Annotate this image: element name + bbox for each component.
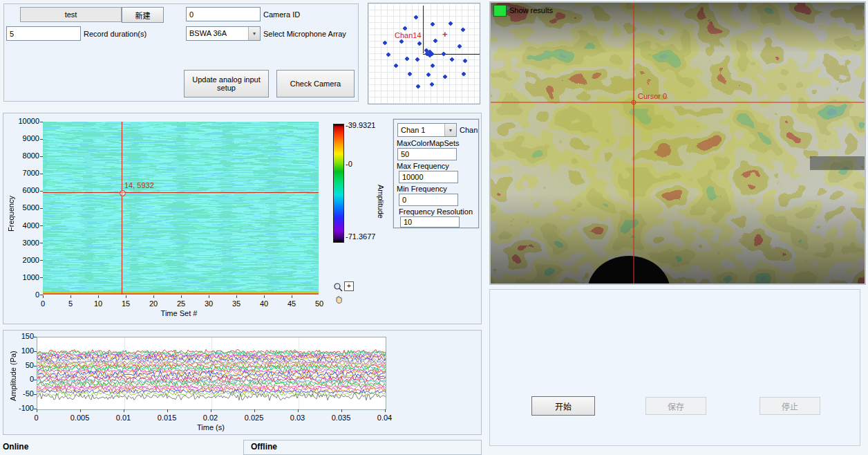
tick-label: 0.035: [319, 414, 363, 422]
mic-array-plot: Chan14 +: [368, 3, 480, 104]
spectrogram-panel: Frequency 100009000800070006000500040003…: [3, 113, 482, 324]
max-frequency-input[interactable]: [399, 171, 458, 183]
zoom-in-tool-icon[interactable]: +: [344, 281, 354, 291]
record-duration-label: Record duration(s): [84, 30, 147, 39]
tick-label: 25: [167, 299, 195, 308]
spectrogram-cursor-vline[interactable]: [122, 122, 122, 295]
tick-label: 40: [250, 299, 278, 308]
spectrogram-ytick-labels: 1000090008000700060005000400030002000100…: [16, 118, 39, 299]
stop-button[interactable]: 停止: [760, 397, 820, 415]
spectrogram-xtick-marks: [43, 295, 319, 298]
check-camera-button[interactable]: Check Camera: [276, 70, 355, 98]
chan-settings-box: Chan 1 ▼ Chan MaxColorMapSets Max Freque…: [393, 119, 479, 228]
spectrogram-cursor-hline[interactable]: [43, 192, 319, 193]
offline-status-label: Offline: [251, 443, 277, 452]
camera-view[interactable]: Cursor 0 Show results: [489, 1, 866, 285]
camera-id-label: Camera ID: [263, 10, 300, 19]
mic-position-dot: [431, 63, 435, 68]
waveform-plot[interactable]: [37, 337, 386, 410]
mic-position-dot: [386, 52, 390, 57]
tick-label: 50: [26, 362, 34, 369]
chevron-down-icon[interactable]: ▼: [248, 27, 260, 40]
spectrogram-cursor-readout: 14, 5932: [124, 181, 154, 190]
show-results-label: Show results: [509, 6, 553, 15]
update-analog-input-button[interactable]: Update analog input setup: [184, 70, 269, 98]
spectrogram-image: [43, 122, 319, 295]
camera-id-input[interactable]: [186, 7, 261, 21]
mic-position-dot: [416, 84, 421, 89]
mic-position-dot: [449, 57, 454, 62]
tick-label: 3000: [23, 239, 39, 247]
image-cursor-label: Cursor 0: [638, 92, 667, 101]
record-duration-input[interactable]: [6, 26, 81, 41]
mic-array-value: BSWA 36A: [187, 27, 248, 40]
mic-position-dot: [417, 41, 422, 46]
new-button[interactable]: 新建: [122, 7, 164, 23]
acoustic-camera-app: { "config": { "test_value": "test", "new…: [0, 0, 868, 455]
spectrogram-plot[interactable]: 14, 5932: [43, 122, 319, 295]
test-name-value: test: [65, 10, 77, 19]
tick-label: -100: [19, 405, 34, 412]
chan14-cursor-marker: +: [442, 30, 448, 39]
mic-position-dot: [449, 21, 453, 26]
tick-label: 8000: [23, 152, 39, 160]
save-button[interactable]: 保存: [645, 397, 706, 415]
tick-label: 0.015: [145, 414, 189, 422]
show-results-checkbox[interactable]: [493, 5, 507, 17]
tick-label: 45: [278, 299, 305, 308]
chan-select-label: Chan: [460, 126, 478, 135]
tick-label: 0.02: [189, 414, 232, 422]
mic-position-dot: [414, 15, 419, 20]
maxcolormapsets-label: MaxColorMapSets: [397, 139, 459, 148]
spectrogram-xtick-labels: 05101520253035404550: [29, 299, 333, 308]
tick-label: 20: [140, 299, 167, 308]
tick-label: 10000: [18, 118, 39, 125]
tick-label: 0: [35, 291, 39, 299]
tick-label: 0: [15, 414, 58, 422]
chan14-cursor-label: Chan14: [395, 31, 422, 40]
waveform-xtick-marks: [37, 409, 386, 412]
tick-label: 10: [84, 299, 112, 308]
mic-position-dot: [415, 57, 419, 62]
offline-status-bar: Offline: [243, 440, 482, 455]
chevron-down-icon[interactable]: ▼: [444, 124, 456, 136]
max-frequency-label: Max Frequency: [397, 162, 449, 171]
chan-select[interactable]: Chan 1 ▼: [397, 123, 457, 137]
test-name-field[interactable]: test: [20, 7, 122, 22]
mic-position-dot: [427, 53, 432, 58]
zoom-tool-icon[interactable]: [333, 282, 343, 294]
start-button[interactable]: 开始: [531, 396, 595, 416]
spectrogram-colorbar: [333, 124, 344, 243]
min-frequency-input[interactable]: [399, 194, 458, 206]
maxcolormapsets-input[interactable]: [397, 148, 457, 160]
waveform-plot-svg: [37, 337, 386, 409]
tick-label: 35: [223, 299, 250, 308]
tick-label: 9000: [23, 135, 39, 142]
tick-label: 0.025: [232, 414, 276, 422]
config-panel: test 新建 Record duration(s) Camera ID BSW…: [3, 3, 359, 102]
tick-label: 100: [21, 347, 34, 355]
mic-position-dot: [405, 56, 410, 61]
tick-label: -50: [23, 390, 34, 398]
mic-position-dot: [457, 44, 462, 49]
mic-array-select[interactable]: BSWA 36A ▼: [186, 26, 261, 41]
acoustic-heatmap-overlay: [491, 3, 865, 284]
mic-position-dot: [433, 38, 437, 43]
tick-label: 150: [21, 333, 34, 340]
min-frequency-label: Min Frequency: [397, 185, 447, 194]
spectrogram-cursor-center[interactable]: [120, 190, 126, 196]
mic-position-dot: [460, 27, 465, 32]
spectrogram-xlabel: Time Set #: [138, 309, 220, 318]
tick-label: 4000: [23, 222, 39, 230]
colorbar-max-label: -39.9321: [346, 121, 375, 130]
tick-label: 15: [112, 299, 140, 308]
mic-position-dot: [442, 51, 446, 56]
mic-position-dot: [394, 63, 399, 68]
mic-array-label: Select Microphone Array: [263, 30, 346, 39]
frequency-resolution-input[interactable]: [400, 216, 460, 228]
mic-position-dot: [383, 40, 388, 45]
mic-array-y-axis: [423, 6, 424, 54]
pan-hand-tool-icon[interactable]: [334, 295, 344, 306]
colorbar-min-label: -71.3677: [346, 232, 375, 241]
mic-position-dot: [403, 26, 408, 31]
